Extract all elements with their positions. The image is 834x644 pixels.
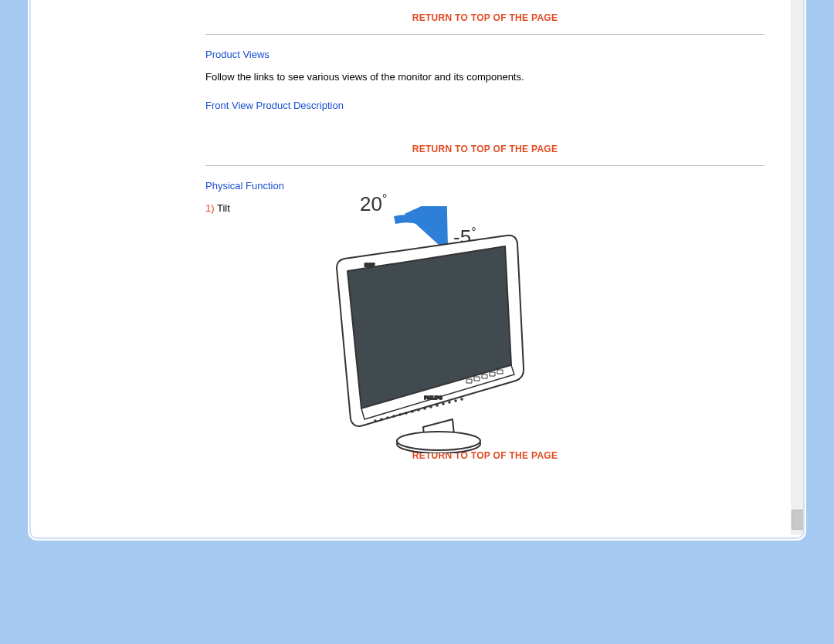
svg-point-12 (412, 411, 413, 412)
scrollbar-thumb[interactable] (792, 510, 804, 530)
return-to-top-link[interactable]: RETURN TO TOP OF THE PAGE (205, 144, 764, 154)
front-view-link[interactable]: Front View Product Description (205, 100, 344, 111)
svg-point-22 (397, 432, 480, 450)
svg-rect-1 (466, 379, 472, 383)
svg-point-6 (375, 420, 376, 422)
svg-point-18 (449, 402, 450, 403)
tilt-diagram: 20° -5° (205, 183, 764, 446)
svg-rect-3 (482, 375, 487, 378)
brand-label: PHILIPS (424, 395, 442, 400)
monitor-illustration: PHILIPS 230W (321, 206, 553, 453)
section-divider (205, 165, 764, 166)
svg-rect-4 (490, 372, 495, 376)
svg-point-19 (455, 400, 456, 402)
svg-point-10 (399, 414, 401, 415)
svg-point-16 (436, 405, 438, 406)
svg-point-7 (381, 419, 382, 420)
svg-rect-5 (497, 370, 503, 374)
sidebar (31, 0, 167, 536)
model-label: 230W (364, 263, 375, 267)
main-content: RETURN TO TOP OF THE PAGE Product Views … (168, 0, 802, 536)
return-to-top-link[interactable]: RETURN TO TOP OF THE PAGE (205, 12, 764, 23)
svg-point-17 (442, 403, 444, 405)
content-frame: RETURN TO TOP OF THE PAGE Product Views … (28, 0, 806, 541)
svg-point-11 (405, 412, 407, 414)
svg-rect-2 (474, 377, 480, 381)
vertical-scrollbar[interactable] (791, 0, 803, 535)
product-views-description: Follow the links to see various views of… (205, 71, 764, 83)
svg-point-20 (461, 398, 463, 400)
svg-point-15 (430, 406, 432, 408)
svg-point-9 (393, 415, 395, 417)
svg-point-13 (418, 409, 419, 411)
svg-point-8 (387, 417, 388, 419)
tilt-arrow-icon (395, 219, 445, 246)
section-divider (205, 34, 764, 35)
product-views-heading: Product Views (205, 49, 764, 60)
svg-point-14 (424, 408, 425, 409)
